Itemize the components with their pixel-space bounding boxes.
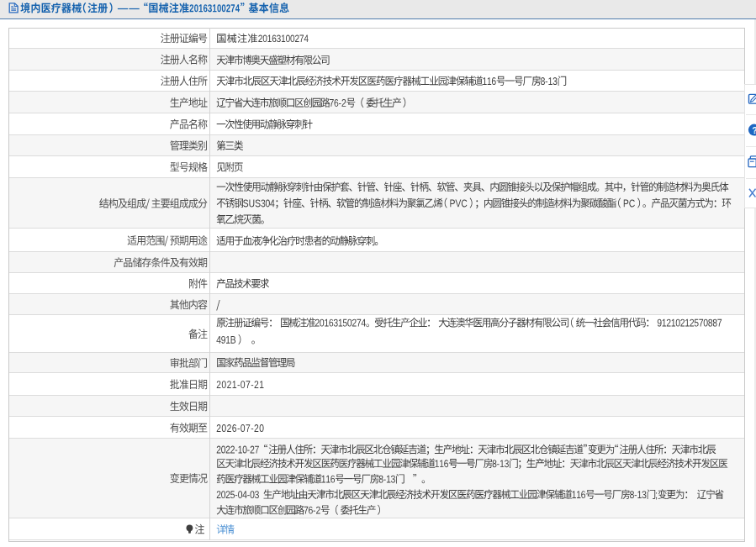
svg-text:?: ? [752, 125, 756, 135]
